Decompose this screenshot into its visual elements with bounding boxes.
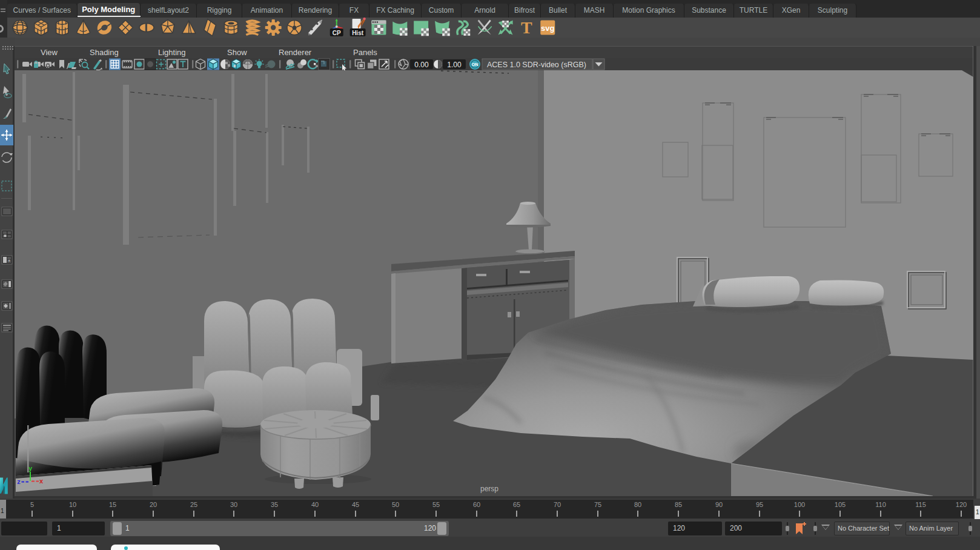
svg-text:x: x xyxy=(39,477,44,485)
svg-text:1.00: 1.00 xyxy=(447,61,462,69)
svg-text:+: + xyxy=(8,258,11,263)
svg-text:persp: persp xyxy=(480,485,498,493)
svg-text:y: y xyxy=(28,465,33,472)
svg-text:svg: svg xyxy=(541,24,554,33)
svg-text:ON: ON xyxy=(471,62,478,67)
svg-text:Hist: Hist xyxy=(352,30,364,36)
svg-text:T: T xyxy=(521,18,532,37)
svg-text:z: z xyxy=(17,478,21,485)
svg-text:CP: CP xyxy=(333,30,341,36)
svg-text:ACES 1.0 SDR-video (sRGB): ACES 1.0 SDR-video (sRGB) xyxy=(487,61,586,69)
svg-text:0.00: 0.00 xyxy=(414,61,429,69)
